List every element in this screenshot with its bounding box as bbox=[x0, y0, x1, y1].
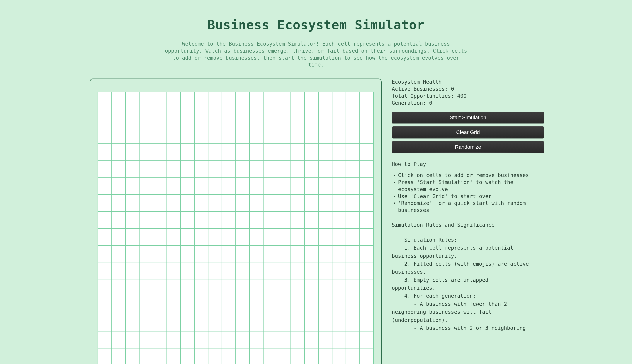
grid-cell[interactable] bbox=[236, 229, 249, 246]
grid-cell[interactable] bbox=[360, 246, 373, 262]
grid-cell[interactable] bbox=[167, 160, 180, 177]
grid-cell[interactable] bbox=[360, 314, 373, 331]
grid-cell[interactable] bbox=[140, 229, 153, 246]
grid-cell[interactable] bbox=[208, 297, 222, 314]
grid-cell[interactable] bbox=[360, 332, 373, 348]
grid-cell[interactable] bbox=[208, 263, 222, 280]
grid-cell[interactable] bbox=[126, 110, 139, 126]
grid-cell[interactable] bbox=[153, 110, 166, 126]
grid-cell[interactable] bbox=[112, 126, 125, 143]
grid-cell[interactable] bbox=[98, 280, 112, 296]
grid-cell[interactable] bbox=[291, 144, 304, 160]
grid-cell[interactable] bbox=[250, 110, 263, 126]
grid-cell[interactable] bbox=[305, 280, 318, 296]
grid-cell[interactable] bbox=[291, 195, 304, 211]
grid-cell[interactable] bbox=[346, 314, 360, 331]
grid-cell[interactable] bbox=[250, 348, 263, 364]
grid-cell[interactable] bbox=[208, 280, 222, 296]
grid-cell[interactable] bbox=[140, 297, 153, 314]
grid-cell[interactable] bbox=[360, 280, 373, 296]
grid-cell[interactable] bbox=[153, 195, 166, 211]
grid-cell[interactable] bbox=[222, 297, 236, 314]
grid-cell[interactable] bbox=[305, 178, 318, 194]
grid-cell[interactable] bbox=[98, 314, 112, 331]
grid-cell[interactable] bbox=[98, 297, 112, 314]
grid-cell[interactable] bbox=[318, 229, 332, 246]
grid-cell[interactable] bbox=[277, 229, 290, 246]
grid-cell[interactable] bbox=[277, 263, 290, 280]
grid-cell[interactable] bbox=[194, 332, 208, 348]
grid-cell[interactable] bbox=[222, 212, 236, 228]
grid-cell[interactable] bbox=[236, 126, 249, 143]
grid-cell[interactable] bbox=[222, 126, 236, 143]
grid-cell[interactable] bbox=[236, 297, 249, 314]
grid-cell[interactable] bbox=[264, 144, 277, 160]
grid-cell[interactable] bbox=[126, 126, 139, 143]
grid-cell[interactable] bbox=[318, 160, 332, 177]
grid-cell[interactable] bbox=[222, 280, 236, 296]
grid-cell[interactable] bbox=[153, 263, 166, 280]
grid-cell[interactable] bbox=[291, 297, 304, 314]
grid-cell[interactable] bbox=[346, 229, 360, 246]
grid-cell[interactable] bbox=[277, 348, 290, 364]
start-simulation-button[interactable]: Start Simulation bbox=[392, 112, 544, 124]
grid-cell[interactable] bbox=[291, 348, 304, 364]
grid-cell[interactable] bbox=[167, 246, 180, 262]
grid-cell[interactable] bbox=[360, 263, 373, 280]
grid-cell[interactable] bbox=[250, 297, 263, 314]
grid-cell[interactable] bbox=[346, 212, 360, 228]
grid-cell[interactable] bbox=[194, 160, 208, 177]
grid-cell[interactable] bbox=[181, 348, 194, 364]
grid-cell[interactable] bbox=[98, 178, 112, 194]
grid-cell[interactable] bbox=[236, 246, 249, 262]
grid-cell[interactable] bbox=[112, 314, 125, 331]
grid-cell[interactable] bbox=[181, 160, 194, 177]
grid-cell[interactable] bbox=[153, 212, 166, 228]
grid-cell[interactable] bbox=[305, 92, 318, 109]
grid-cell[interactable] bbox=[250, 144, 263, 160]
grid-cell[interactable] bbox=[112, 246, 125, 262]
grid-cell[interactable] bbox=[222, 160, 236, 177]
grid-cell[interactable] bbox=[194, 126, 208, 143]
grid-cell[interactable] bbox=[305, 314, 318, 331]
grid-cell[interactable] bbox=[250, 178, 263, 194]
grid-cell[interactable] bbox=[153, 280, 166, 296]
grid-cell[interactable] bbox=[360, 178, 373, 194]
grid-cell[interactable] bbox=[140, 144, 153, 160]
grid-cell[interactable] bbox=[140, 332, 153, 348]
grid-cell[interactable] bbox=[277, 126, 290, 143]
randomize-button[interactable]: Randomize bbox=[392, 141, 544, 153]
grid-cell[interactable] bbox=[332, 144, 346, 160]
grid-cell[interactable] bbox=[126, 160, 139, 177]
grid-cell[interactable] bbox=[112, 195, 125, 211]
grid-cell[interactable] bbox=[346, 126, 360, 143]
grid-cell[interactable] bbox=[291, 246, 304, 262]
grid-cell[interactable] bbox=[208, 348, 222, 364]
grid-cell[interactable] bbox=[167, 348, 180, 364]
grid-cell[interactable] bbox=[318, 297, 332, 314]
grid-cell[interactable] bbox=[264, 160, 277, 177]
grid-cell[interactable] bbox=[332, 348, 346, 364]
grid-cell[interactable] bbox=[153, 160, 166, 177]
grid-cell[interactable] bbox=[360, 229, 373, 246]
grid-cell[interactable] bbox=[250, 229, 263, 246]
grid-cell[interactable] bbox=[332, 110, 346, 126]
grid-cell[interactable] bbox=[222, 195, 236, 211]
grid-cell[interactable] bbox=[277, 110, 290, 126]
grid-cell[interactable] bbox=[318, 212, 332, 228]
grid-cell[interactable] bbox=[277, 332, 290, 348]
grid-cell[interactable] bbox=[277, 297, 290, 314]
grid-cell[interactable] bbox=[264, 126, 277, 143]
grid-cell[interactable] bbox=[250, 314, 263, 331]
grid-cell[interactable] bbox=[208, 92, 222, 109]
grid-cell[interactable] bbox=[194, 297, 208, 314]
grid-cell[interactable] bbox=[126, 229, 139, 246]
grid-cell[interactable] bbox=[264, 332, 277, 348]
grid-cell[interactable] bbox=[126, 144, 139, 160]
grid-cell[interactable] bbox=[291, 178, 304, 194]
grid-cell[interactable] bbox=[140, 348, 153, 364]
grid-cell[interactable] bbox=[264, 229, 277, 246]
grid-cell[interactable] bbox=[112, 212, 125, 228]
grid-cell[interactable] bbox=[360, 195, 373, 211]
grid-cell[interactable] bbox=[98, 92, 112, 109]
